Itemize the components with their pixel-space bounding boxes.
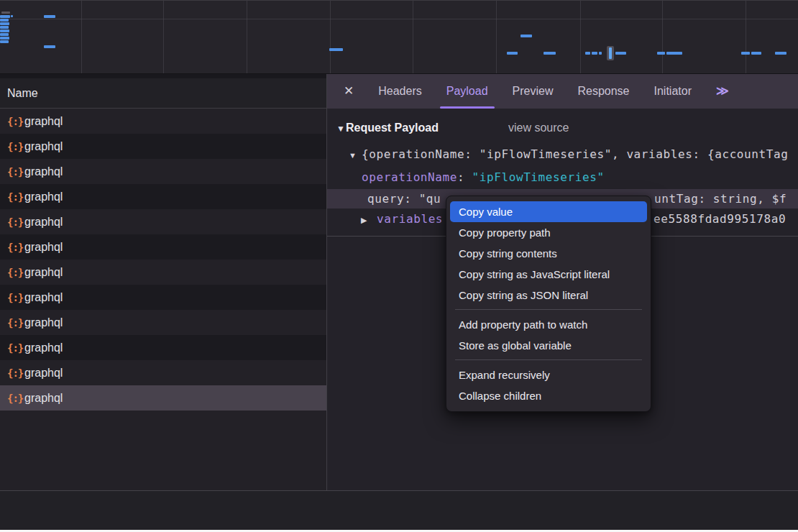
payload-text: "ipFlowTimeseries" [472, 170, 605, 184]
request-payload-title: Request Payload [346, 121, 439, 134]
menu-item-copy-property-path[interactable]: Copy property path [450, 222, 647, 243]
json-request-icon: {:} [7, 116, 24, 127]
request-timing-bar [544, 52, 556, 55]
name-column-label: Name [7, 87, 38, 100]
tab-payload[interactable]: Payload [446, 74, 488, 109]
request-timing-bar [751, 52, 761, 55]
menu-item-collapse-children[interactable]: Collapse children [450, 385, 647, 406]
network-request-row[interactable]: {:}graphql [0, 159, 326, 184]
devtools-network-panel: Name {:}graphql{:}graphql{:}graphql{:}gr… [0, 0, 798, 532]
request-timing-bar [507, 52, 518, 55]
request-timing-bar [666, 52, 682, 55]
request-timing-bar [585, 52, 590, 55]
json-request-icon: {:} [7, 216, 24, 228]
request-timing-bar [0, 33, 9, 36]
grid-line [746, 1, 746, 73]
json-request-icon: {:} [7, 317, 24, 329]
network-request-row[interactable]: {:}graphql [0, 260, 326, 285]
request-timing-bar [329, 48, 343, 51]
request-timing-bar [741, 52, 750, 55]
request-timing-bar [44, 45, 55, 48]
request-name: graphql [24, 266, 63, 279]
menu-item-store-as-global-variable[interactable]: Store as global variable [450, 335, 647, 356]
request-timing-bar [657, 52, 665, 55]
more-tabs-icon[interactable]: ≫ [716, 74, 729, 109]
json-request-icon: {:} [7, 191, 24, 203]
network-request-row[interactable]: {:}graphql [0, 310, 326, 335]
request-timing-bar [0, 40, 9, 43]
tab-preview[interactable]: Preview [513, 74, 554, 109]
grid-line [662, 1, 663, 73]
request-timing-bar [775, 52, 786, 55]
expand-icon[interactable]: ▼ [349, 151, 357, 160]
request-name: graphql [24, 291, 63, 304]
json-request-icon: {:} [7, 367, 24, 379]
context-menu: Copy valueCopy property pathCopy string … [446, 196, 651, 412]
request-name: graphql [24, 241, 63, 254]
request-name: graphql [24, 165, 63, 178]
request-timing-bar [11, 15, 13, 17]
network-request-row[interactable]: {:}graphql [0, 285, 326, 310]
timeline-marker-core [609, 47, 612, 59]
name-column-header[interactable]: Name [0, 74, 326, 109]
network-request-row[interactable]: {:}graphql [0, 109, 326, 134]
json-request-icon: {:} [7, 292, 24, 303]
expand-icon[interactable]: ▶ [361, 216, 367, 224]
json-request-icon: {:} [7, 393, 24, 404]
request-timing-bar [599, 52, 602, 55]
payload-text: ee5588fdad995178a0 [653, 212, 786, 226]
payload-text: : [457, 170, 472, 184]
request-timing-bar [0, 29, 9, 32]
network-request-row[interactable]: {:}graphql [0, 134, 326, 159]
request-name: graphql [24, 216, 63, 229]
request-name: graphql [24, 392, 63, 405]
grid-line [330, 1, 331, 73]
network-request-row[interactable]: {:}graphql [0, 385, 326, 411]
request-name: graphql [24, 316, 63, 329]
payload-text: {operationName: "ipFlowTimeseries", vari… [362, 147, 789, 161]
menu-item-copy-string-as-javascript-literal[interactable]: Copy string as JavaScript literal [450, 264, 647, 285]
request-timing-bar [44, 15, 55, 18]
grid-line [163, 1, 164, 73]
payload-text: variables [377, 212, 443, 226]
request-timing-bar [0, 19, 9, 22]
menu-item-copy-value[interactable]: Copy value [450, 201, 647, 222]
menu-separator [455, 359, 642, 360]
request-name: graphql [24, 367, 63, 380]
request-timing-bar [0, 22, 9, 25]
close-icon[interactable]: ✕ [344, 74, 354, 109]
grid-line [247, 1, 247, 73]
network-request-row[interactable]: {:}graphql [0, 335, 326, 360]
json-request-icon: {:} [7, 242, 24, 253]
request-name: graphql [24, 341, 63, 354]
tab-response[interactable]: Response [577, 74, 629, 109]
details-tab-bar: ✕ HeadersPayloadPreviewResponseInitiator… [327, 74, 798, 109]
menu-item-expand-recursively[interactable]: Expand recursively [450, 364, 647, 385]
tab-initiator[interactable]: Initiator [654, 74, 692, 109]
json-request-icon: {:} [7, 141, 24, 152]
menu-item-copy-string-as-json-literal[interactable]: Copy string as JSON literal [450, 285, 647, 306]
view-source-link[interactable]: view source [508, 121, 569, 134]
collapse-section-icon[interactable]: ▼ [336, 124, 345, 134]
request-payload-section-header: ▼ Request Payload view source [327, 117, 798, 139]
network-overview[interactable] [0, 0, 798, 74]
request-timing-bar [0, 15, 10, 18]
grid-line [496, 1, 497, 73]
status-footer [0, 491, 798, 530]
tab-headers[interactable]: Headers [378, 74, 421, 109]
request-timing-bar [0, 37, 9, 40]
network-request-row[interactable]: {:}graphql [0, 234, 326, 260]
request-timing-bar [0, 26, 9, 29]
json-request-icon: {:} [7, 267, 24, 278]
payload-tree-row[interactable]: operationName: "ipFlowTimeseries" [327, 167, 798, 188]
menu-item-add-property-path-to-watch[interactable]: Add property path to watch [450, 314, 647, 335]
request-name: graphql [24, 115, 63, 128]
payload-text: query: "qu [367, 192, 441, 206]
network-request-row[interactable]: {:}graphql [0, 209, 326, 234]
menu-item-copy-string-contents[interactable]: Copy string contents [450, 243, 647, 264]
request-timing-bar [1, 12, 10, 14]
network-request-row[interactable]: {:}graphql [0, 360, 326, 385]
network-request-row[interactable]: {:}graphql [0, 184, 326, 209]
request-name: graphql [24, 191, 63, 203]
payload-tree-row[interactable]: ▼{operationName: "ipFlowTimeseries", var… [327, 144, 798, 165]
